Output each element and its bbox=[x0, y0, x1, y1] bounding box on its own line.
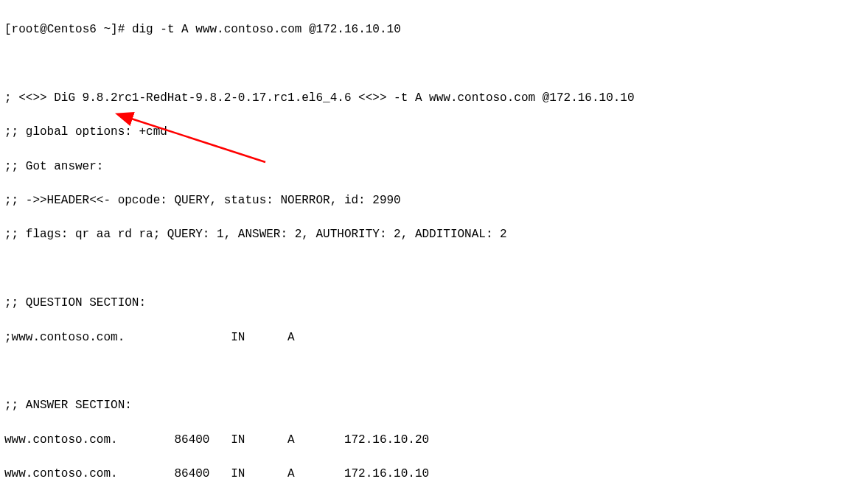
command-text: dig -t A www.contoso.com @172.16.10.10 bbox=[132, 23, 401, 36]
answer-section-header: ;; ANSWER SECTION: bbox=[4, 397, 857, 414]
dig-version: ; <<>> DiG 9.8.2rc1-RedHat-9.8.2-0.17.rc… bbox=[4, 90, 857, 107]
dig-flags: ;; flags: qr aa rd ra; QUERY: 1, ANSWER:… bbox=[4, 226, 857, 243]
prompt-line: [root@Centos6 ~]# dig -t A www.contoso.c… bbox=[4, 21, 857, 38]
blank-line bbox=[4, 56, 857, 73]
prompt-symbol: # bbox=[118, 23, 125, 36]
question-section-header: ;; QUESTION SECTION: bbox=[4, 295, 857, 312]
blank-line bbox=[4, 500, 857, 504]
answer-row: www.contoso.com. 86400 IN A 172.16.10.20 bbox=[4, 432, 857, 449]
blank-line bbox=[4, 363, 857, 380]
dig-header: ;; ->>HEADER<<- opcode: QUERY, status: N… bbox=[4, 192, 857, 209]
prompt-user: root bbox=[12, 23, 40, 36]
dig-global-options: ;; global options: +cmd bbox=[4, 124, 857, 141]
blank-line bbox=[4, 261, 857, 278]
question-row: ;www.contoso.com. IN A bbox=[4, 329, 857, 346]
prompt-cwd: ~ bbox=[103, 23, 111, 36]
prompt-host: Centos6 bbox=[47, 23, 97, 36]
dig-got-answer: ;; Got answer: bbox=[4, 158, 857, 175]
answer-row: www.contoso.com. 86400 IN A 172.16.10.10 bbox=[4, 466, 857, 483]
terminal-output: [root@Centos6 ~]# dig -t A www.contoso.c… bbox=[0, 0, 861, 504]
